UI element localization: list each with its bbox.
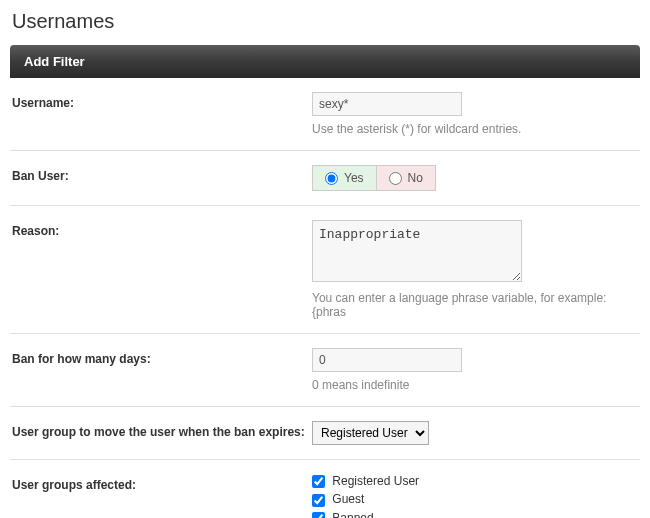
ban-user-yes-label: Yes bbox=[344, 171, 364, 185]
ban-user-radio-group: Yes No bbox=[312, 165, 436, 191]
row-ban-user: Ban User: Yes No bbox=[10, 151, 640, 206]
username-input[interactable] bbox=[312, 92, 462, 116]
ban-days-input[interactable] bbox=[312, 348, 462, 372]
row-reason: Reason: You can enter a language phrase … bbox=[10, 206, 640, 334]
label-ban-user: Ban User: bbox=[12, 165, 312, 183]
ban-user-yes-radio[interactable] bbox=[325, 172, 338, 185]
label-reason: Reason: bbox=[12, 220, 312, 238]
label-user-group-move: User group to move the user when the ban… bbox=[12, 421, 312, 439]
checkbox-registered-user[interactable] bbox=[312, 475, 325, 488]
checkbox-item[interactable]: Guest bbox=[312, 492, 640, 506]
reason-hint: You can enter a language phrase variable… bbox=[312, 291, 640, 319]
label-username: Username: bbox=[12, 92, 312, 110]
label-user-groups-affected: User groups affected: bbox=[12, 474, 312, 492]
row-ban-days: Ban for how many days: 0 means indefinit… bbox=[10, 334, 640, 407]
ban-user-yes-option[interactable]: Yes bbox=[313, 166, 377, 190]
add-filter-header: Add Filter bbox=[10, 45, 640, 78]
page-title: Usernames bbox=[0, 0, 650, 45]
reason-textarea[interactable] bbox=[312, 220, 522, 282]
row-username: Username: Use the asterisk (*) for wildc… bbox=[10, 78, 640, 151]
checkbox-label: Guest bbox=[332, 492, 364, 506]
user-group-move-select[interactable]: Registered User bbox=[312, 421, 429, 445]
ban-user-no-radio[interactable] bbox=[389, 172, 402, 185]
checkbox-banned[interactable] bbox=[312, 512, 325, 518]
checkbox-guest[interactable] bbox=[312, 494, 325, 507]
checkbox-label: Registered User bbox=[332, 474, 419, 488]
row-user-group-move: User group to move the user when the ban… bbox=[10, 407, 640, 460]
checkbox-item[interactable]: Banned bbox=[312, 511, 640, 518]
ban-user-no-option[interactable]: No bbox=[377, 166, 435, 190]
label-ban-days: Ban for how many days: bbox=[12, 348, 312, 366]
filter-form: Username: Use the asterisk (*) for wildc… bbox=[0, 78, 650, 518]
ban-days-hint: 0 means indefinite bbox=[312, 378, 640, 392]
checkbox-item[interactable]: Registered User bbox=[312, 474, 640, 488]
ban-user-no-label: No bbox=[408, 171, 423, 185]
checkbox-label: Banned bbox=[332, 511, 373, 518]
username-hint: Use the asterisk (*) for wildcard entrie… bbox=[312, 122, 640, 136]
user-groups-checkbox-list: Registered User Guest Banned FastComet u… bbox=[312, 474, 640, 518]
row-user-groups-affected: User groups affected: Registered User Gu… bbox=[10, 460, 640, 518]
